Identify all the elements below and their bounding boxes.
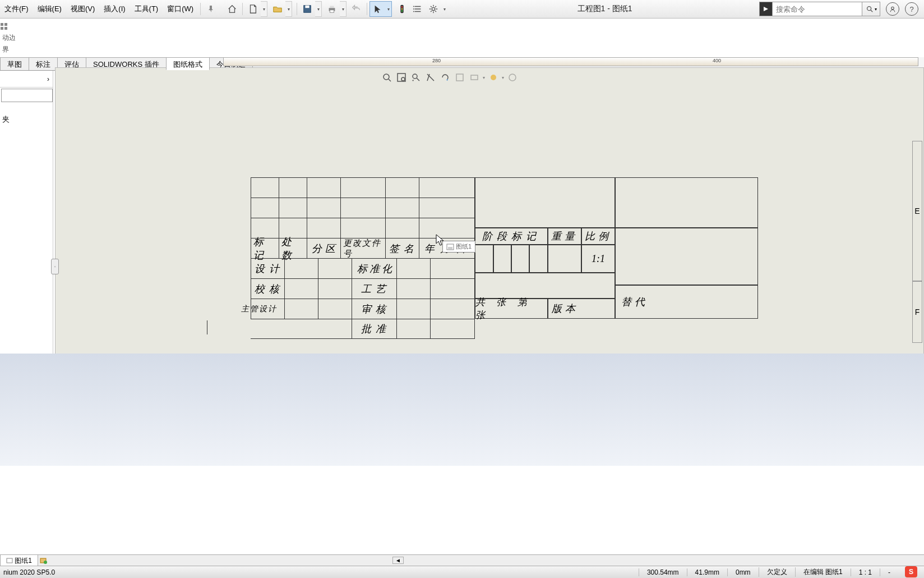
print-button[interactable] (324, 1, 340, 17)
separator (367, 3, 367, 15)
td-version: 版本 (548, 299, 615, 319)
save-dropdown[interactable]: ▾ (315, 1, 322, 17)
search-magnifier-icon[interactable]: ▾ (862, 2, 880, 16)
svg-rect-17 (1, 27, 3, 30)
sheet-mini-icon (446, 244, 454, 250)
color-icon[interactable] (487, 71, 500, 84)
th-weight: 重量 (548, 228, 581, 245)
search-prefix-icon[interactable] (759, 2, 773, 16)
list-button[interactable] (410, 1, 426, 17)
svg-point-26 (509, 74, 516, 81)
status-x: 300.54mm (639, 568, 687, 576)
undo-button[interactable] (349, 1, 364, 17)
settings-dropdown[interactable]: ▾ (441, 1, 448, 17)
menu-tool[interactable]: 工具(T) (130, 0, 163, 18)
home-button[interactable] (224, 1, 240, 17)
td-review: 审核 (352, 299, 396, 319)
status-y: 41.9mm (687, 568, 727, 576)
th-count: 处数 (279, 238, 307, 258)
td-design: 设计 (251, 258, 284, 278)
open-button[interactable] (270, 1, 285, 17)
pin-icon[interactable] (206, 4, 215, 13)
status-editing: 在编辑 图纸1 (795, 567, 851, 577)
td-check: 校核 (251, 278, 284, 299)
menu-edit[interactable]: 编辑(E) (33, 0, 66, 18)
td-chief: 主管设计 (251, 299, 284, 319)
panel-collapse[interactable]: › (0, 71, 53, 88)
panel-item[interactable]: 夹 (0, 103, 53, 136)
view-heads-up-toolbar: ▾ ▾ (381, 71, 519, 84)
panel-resize-handle[interactable]: ◦ (51, 259, 59, 274)
user-icon[interactable] (886, 2, 899, 16)
section-view-icon[interactable] (424, 71, 437, 84)
print-dropdown[interactable]: ▾ (340, 1, 346, 17)
svg-point-14 (891, 7, 894, 10)
svg-point-12 (432, 7, 435, 10)
svg-point-19 (384, 74, 389, 80)
open-dropdown[interactable]: ▾ (285, 1, 292, 17)
new-doc-dropdown[interactable]: ▾ (261, 1, 267, 17)
tab-sheetformat[interactable]: 图纸格式 (166, 57, 210, 70)
select-button[interactable] (369, 1, 385, 17)
svg-point-8 (401, 10, 403, 12)
horizontal-ruler: 280 400 (223, 57, 918, 66)
hide-show-icon[interactable] (468, 71, 481, 84)
select-dropdown[interactable]: ▾ (385, 1, 392, 17)
menu-file[interactable]: 文件(F) (0, 0, 33, 18)
menu-view[interactable]: 视图(V) (66, 0, 99, 18)
search-input[interactable] (773, 2, 862, 16)
panel-filter-input[interactable] (1, 89, 53, 102)
side-stubs: 动边 界 (0, 22, 18, 56)
ime-indicator-icon[interactable]: S (905, 566, 917, 577)
th-stage: 阶段标记 (475, 228, 548, 245)
graphics-bottom-area (0, 354, 924, 466)
ruler-mark-400: 400 (713, 58, 721, 63)
td-replace: 替代 (615, 285, 758, 319)
status-version: nium 2020 SP5.0 (3, 568, 639, 576)
status-bar: nium 2020 SP5.0 300.54mm 41.9mm 0mm 欠定义 … (0, 566, 924, 578)
status-defined: 欠定义 (759, 567, 795, 577)
rotate-view-icon[interactable] (439, 71, 451, 84)
svg-rect-24 (471, 75, 478, 80)
svg-rect-15 (1, 23, 3, 26)
svg-rect-1 (306, 6, 309, 8)
th-mark: 标记 (251, 238, 279, 258)
scene-icon[interactable] (506, 71, 519, 84)
add-sheet-button[interactable] (38, 556, 49, 566)
menu-window[interactable]: 窗口(W) (163, 0, 198, 18)
svg-rect-3 (330, 6, 334, 8)
main-toolbar: ▾ ▾ ▾ ▾ ▾ ▾ (224, 0, 450, 18)
separator (297, 3, 297, 15)
save-button[interactable] (299, 1, 315, 17)
svg-rect-28 (448, 247, 452, 249)
side-grid-icon (0, 22, 9, 30)
new-doc-button[interactable] (245, 1, 261, 17)
svg-point-10 (413, 8, 414, 10)
svg-rect-18 (4, 27, 7, 30)
tab-annotate[interactable]: 标注 (29, 57, 58, 70)
traffic-icon[interactable] (394, 1, 410, 17)
svg-point-22 (413, 74, 417, 79)
display-style-icon[interactable] (454, 71, 466, 84)
sheet-tab-1[interactable]: 图纸1 (0, 554, 38, 567)
cursor-tooltip: 图纸1 (442, 241, 475, 253)
window-title: 工程图1 - 图纸1 (450, 4, 759, 14)
sheet-scroll[interactable]: ◄ (392, 557, 404, 564)
svg-point-25 (491, 75, 496, 80)
prev-view-icon[interactable] (410, 71, 422, 84)
separator (200, 3, 201, 15)
tick-mark (207, 320, 207, 334)
svg-rect-23 (456, 74, 463, 81)
tab-sketch[interactable]: 草图 (0, 57, 29, 70)
status-end: - (880, 568, 898, 576)
settings-button[interactable] (426, 1, 441, 17)
help-icon[interactable]: ? (905, 2, 918, 16)
zoom-fit-icon[interactable] (381, 71, 393, 84)
sheet-tab-bar: 图纸1 ◄ (0, 554, 924, 566)
svg-point-9 (413, 6, 414, 7)
zoom-area-icon[interactable] (395, 71, 408, 84)
menu-insert[interactable]: 插入(I) (99, 0, 130, 18)
zone-label-E: E (912, 141, 922, 281)
search-box: ▾ (759, 2, 880, 16)
th-zone: 分区 (307, 238, 340, 258)
